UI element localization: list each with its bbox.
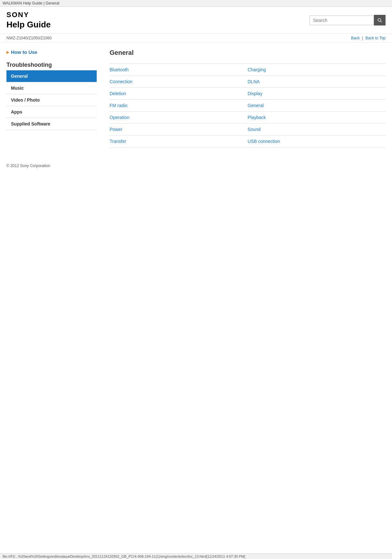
- back-link[interactable]: Back: [351, 36, 360, 40]
- connection-link[interactable]: Connection: [110, 79, 132, 84]
- sidebar-item-apps[interactable]: Apps: [6, 106, 97, 118]
- search-area: [309, 15, 386, 25]
- link-cell-transfer: Transfer: [110, 135, 248, 147]
- general-link[interactable]: General: [248, 103, 264, 108]
- charging-link[interactable]: Charging: [248, 67, 266, 72]
- subheader: NWZ-Z1040/Z1050/Z1060 Back | Back to Top: [0, 34, 392, 43]
- deletion-link[interactable]: Deletion: [110, 91, 126, 96]
- site-header-branding: SONY Help Guide: [6, 11, 51, 30]
- model-number: NWZ-Z1040/Z1050/Z1060: [6, 36, 52, 40]
- link-cell-sound: Sound: [248, 123, 386, 135]
- playback-link[interactable]: Playback: [248, 115, 266, 120]
- operation-link[interactable]: Operation: [110, 115, 129, 120]
- sidebar-item-music[interactable]: Music: [6, 82, 97, 94]
- sound-link[interactable]: Sound: [248, 127, 260, 132]
- svg-line-1: [380, 21, 382, 22]
- subheader-links: Back | Back to Top: [351, 36, 386, 40]
- link-cell-connection: Connection: [110, 75, 248, 87]
- section-title: General: [110, 49, 386, 58]
- usb-connection-link[interactable]: USB connection: [248, 139, 280, 144]
- sidebar-item-supplied-software[interactable]: Supplied Software: [6, 118, 97, 130]
- sidebar-item-general-link[interactable]: General: [6, 70, 97, 82]
- link-cell-deletion: Deletion: [110, 87, 248, 99]
- sidebar: ▸ How to Use Troubleshooting General Mus…: [6, 49, 97, 147]
- site-header: SONY Help Guide: [0, 7, 392, 34]
- sidebar-item-music-link[interactable]: Music: [6, 82, 97, 94]
- help-guide-title: Help Guide: [6, 20, 51, 30]
- sidebar-item-apps-link[interactable]: Apps: [6, 106, 97, 118]
- link-cell-dlna: DLNA: [248, 75, 386, 87]
- sidebar-item-general[interactable]: General: [6, 70, 97, 82]
- link-cell-display: Display: [248, 87, 386, 99]
- how-to-use-link[interactable]: How to Use: [11, 49, 37, 55]
- troubleshooting-label: Troubleshooting: [6, 62, 97, 68]
- link-cell-operation: Operation: [110, 111, 248, 123]
- sidebar-item-supplied-software-link[interactable]: Supplied Software: [6, 118, 97, 130]
- sidebar-how-to-use: ▸ How to Use: [6, 49, 97, 55]
- browser-title-bar: WALKMAN Help Guide | General: [0, 0, 392, 7]
- main-content: General Bluetooth Charging Connection DL…: [110, 49, 386, 147]
- fm-radio-link[interactable]: FM radio: [110, 103, 127, 108]
- link-cell-fm-radio: FM radio: [110, 99, 248, 111]
- main-container: ▸ How to Use Troubleshooting General Mus…: [0, 43, 392, 154]
- separator: |: [362, 36, 363, 40]
- power-link[interactable]: Power: [110, 127, 122, 132]
- search-input[interactable]: [309, 15, 374, 25]
- link-cell-playback: Playback: [248, 111, 386, 123]
- how-to-use-arrow-icon: ▸: [6, 49, 9, 55]
- link-cell-bluetooth: Bluetooth: [110, 64, 248, 75]
- link-cell-charging: Charging: [248, 64, 386, 75]
- links-grid: Bluetooth Charging Connection DLNA Delet…: [110, 64, 386, 147]
- copyright-text: © 2012 Sony Corporation: [6, 164, 50, 168]
- sony-logo: SONY: [6, 11, 51, 19]
- back-to-top-link[interactable]: Back to Top: [366, 36, 386, 40]
- sidebar-nav: General Music Video / Photo Apps Supplie…: [6, 70, 97, 130]
- link-cell-general: General: [248, 99, 386, 111]
- bluetooth-link[interactable]: Bluetooth: [110, 67, 129, 72]
- sidebar-item-video-photo[interactable]: Video / Photo: [6, 94, 97, 106]
- browser-title-text: WALKMAN Help Guide | General: [3, 1, 59, 5]
- link-cell-usb-connection: USB connection: [248, 135, 386, 147]
- dlna-link[interactable]: DLNA: [248, 79, 260, 84]
- display-link[interactable]: Display: [248, 91, 262, 96]
- sidebar-item-video-photo-link[interactable]: Video / Photo: [6, 94, 97, 106]
- transfer-link[interactable]: Transfer: [110, 139, 126, 144]
- search-button[interactable]: [374, 15, 386, 25]
- link-cell-power: Power: [110, 123, 248, 135]
- footer: © 2012 Sony Corporation: [0, 154, 392, 171]
